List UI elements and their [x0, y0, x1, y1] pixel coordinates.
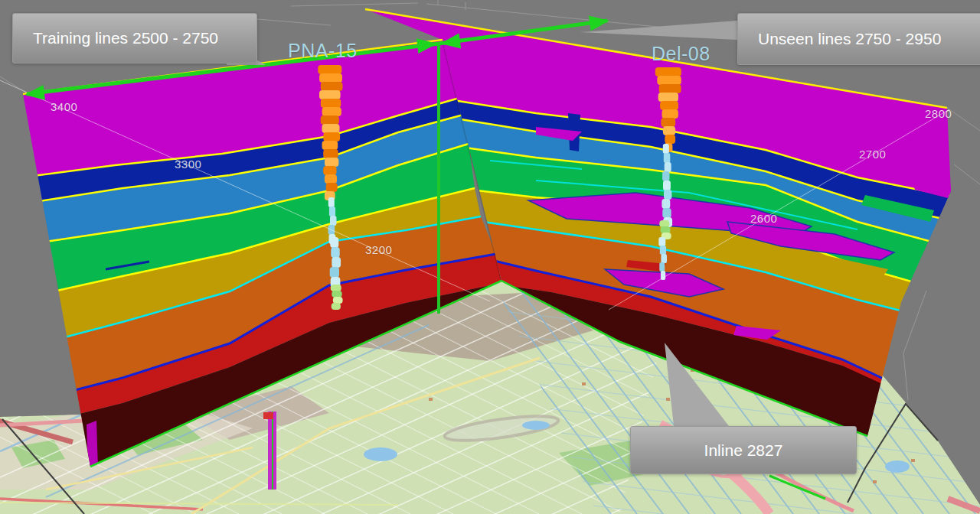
map-pond	[364, 447, 397, 461]
map-pond	[885, 460, 910, 473]
map-pond	[522, 421, 550, 430]
arrowhead-right-icon	[589, 16, 609, 31]
scene-canvas[interactable]	[0, 0, 980, 514]
seismic-3d-viewport[interactable]: 3400 3300 3200 2800 2700 2600 PNA-15 Del…	[0, 0, 980, 514]
